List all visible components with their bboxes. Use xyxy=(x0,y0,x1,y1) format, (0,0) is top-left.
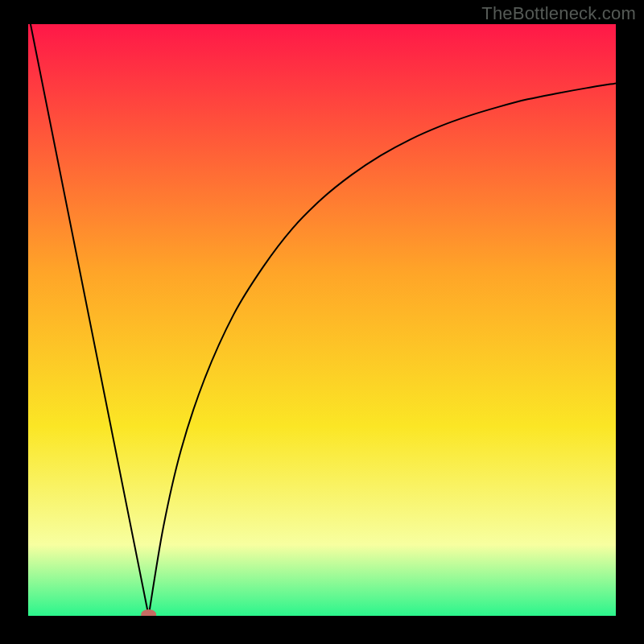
gradient-background xyxy=(28,24,616,616)
plot-area xyxy=(28,24,616,616)
watermark-text: TheBottleneck.com xyxy=(481,3,636,24)
chart-svg xyxy=(28,24,616,616)
chart-frame: TheBottleneck.com xyxy=(0,0,644,644)
